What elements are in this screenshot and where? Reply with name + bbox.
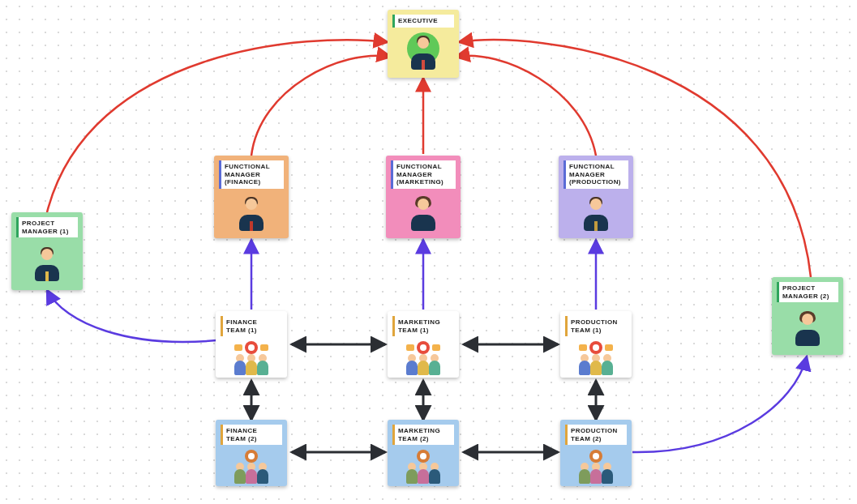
production-team-2-icon [565, 450, 627, 485]
node-marketing-team-1[interactable]: MARKETING TEAM (1) [388, 311, 459, 378]
node-fm-marketing[interactable]: FUNCTIONAL MANAGER (MARKETING) [386, 156, 461, 238]
label-pm1: PROJECT MANAGER (1) [16, 217, 78, 237]
marketing-team-2-icon [392, 450, 454, 485]
diagram-canvas[interactable]: EXECUTIVE PROJECT MANAGER (1) PROJECT MA… [0, 0, 857, 504]
fm-production-icon [563, 194, 628, 233]
fm-marketing-icon [391, 194, 456, 233]
node-production-team-1[interactable]: PRODUCTION TEAM (1) [560, 311, 632, 378]
label-marketing-team-1: MARKETING TEAM (1) [392, 316, 454, 336]
label-fm-marketing: FUNCTIONAL MANAGER (MARKETING) [391, 160, 456, 189]
finance-team-2-icon [221, 450, 282, 485]
label-finance-team-1: FINANCE TEAM (1) [221, 316, 282, 336]
edge-fin-exec [251, 56, 391, 156]
label-executive: EXECUTIVE [392, 15, 454, 28]
edge-finteam1-pm1 [47, 290, 216, 342]
label-fm-production: FUNCTIONAL MANAGER (PRODUCTION) [563, 160, 628, 189]
label-marketing-team-2: MARKETING TEAM (2) [392, 425, 454, 445]
node-production-team-2[interactable]: PRODUCTION TEAM (2) [560, 420, 632, 486]
node-executive[interactable]: EXECUTIVE [388, 10, 459, 78]
pm1-icon [16, 242, 78, 284]
production-team-1-icon [565, 341, 627, 377]
edge-pm2-exec [459, 40, 811, 277]
node-finance-team-2[interactable]: FINANCE TEAM (2) [216, 420, 287, 486]
finance-team-1-icon [221, 341, 282, 377]
label-pm2: PROJECT MANAGER (2) [777, 282, 838, 302]
label-fm-finance: FUNCTIONAL MANAGER (FINANCE) [219, 160, 284, 189]
executive-icon [392, 32, 454, 71]
node-marketing-team-2[interactable]: MARKETING TEAM (2) [388, 420, 459, 486]
node-fm-finance[interactable]: FUNCTIONAL MANAGER (FINANCE) [214, 156, 289, 238]
node-pm1[interactable]: PROJECT MANAGER (1) [11, 212, 83, 290]
label-production-team-2: PRODUCTION TEAM (2) [565, 425, 627, 445]
label-finance-team-2: FINANCE TEAM (2) [221, 425, 282, 445]
node-pm2[interactable]: PROJECT MANAGER (2) [772, 277, 843, 355]
pm2-icon [777, 307, 838, 348]
marketing-team-1-icon [392, 341, 454, 377]
edge-prodteam2-pm2 [632, 357, 807, 452]
edge-prod-exec [456, 56, 596, 156]
label-production-team-1: PRODUCTION TEAM (1) [565, 316, 627, 336]
node-finance-team-1[interactable]: FINANCE TEAM (1) [216, 311, 287, 378]
node-fm-production[interactable]: FUNCTIONAL MANAGER (PRODUCTION) [559, 156, 633, 238]
fm-finance-icon [219, 194, 284, 233]
